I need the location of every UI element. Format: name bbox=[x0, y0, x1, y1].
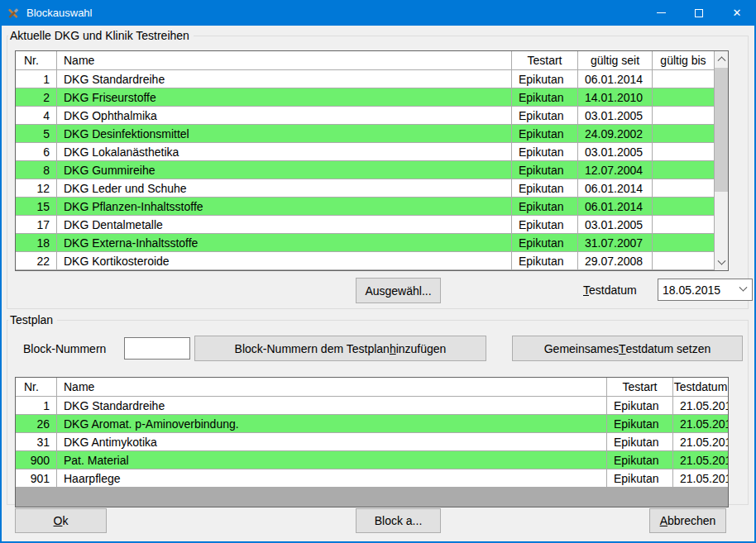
cell-testdatum: 21.05.2015 bbox=[673, 433, 728, 450]
close-button[interactable]: ✕ bbox=[718, 0, 756, 26]
table-row[interactable]: 26 DKG Aromat. p-Aminoverbindung. Epikut… bbox=[16, 415, 728, 433]
cell-testart: Epikutan bbox=[512, 198, 578, 215]
cell-name: Haarpflege bbox=[57, 469, 607, 487]
cell-testart: Epikutan bbox=[512, 179, 578, 197]
cell-gueltig-seit: 24.09.2002 bbox=[578, 125, 653, 142]
header-gueltig-bis: gültig bis bbox=[653, 51, 714, 69]
cell-name: DKG Kortikosteroide bbox=[57, 252, 512, 269]
cell-nr: 31 bbox=[16, 433, 57, 450]
table-row[interactable]: 900 Pat. Material Epikutan 21.05.2015 bbox=[16, 451, 728, 469]
cell-testdatum: 21.05.2015 bbox=[673, 397, 728, 414]
cell-gueltig-seit: 06.01.2014 bbox=[578, 198, 653, 215]
cell-gueltig-bis bbox=[653, 88, 714, 106]
testreihen-table: Nr. Name Testart gültig seit gültig bis … bbox=[15, 50, 729, 271]
cell-testart: Epikutan bbox=[607, 433, 673, 450]
cell-gueltig-seit: 03.01.2005 bbox=[578, 216, 653, 233]
cell-name: DKG Aromat. p-Aminoverbindung. bbox=[57, 415, 607, 432]
close-icon: ✕ bbox=[733, 7, 742, 18]
chevron-down-icon bbox=[717, 257, 725, 265]
cell-nr: 17 bbox=[16, 216, 57, 233]
testdatum-label: Testdatum bbox=[583, 283, 637, 297]
cell-nr: 901 bbox=[16, 469, 57, 487]
table-row[interactable]: 901 Haarpflege Epikutan 21.05.2015 bbox=[16, 469, 728, 488]
cell-name: DKG Externa-Inhaltsstoffe bbox=[57, 234, 512, 251]
table-header-row: Nr. Name Testart Testdatum bbox=[16, 378, 728, 397]
cell-gueltig-seit: 03.01.2005 bbox=[578, 107, 653, 124]
header-testdatum: Testdatum bbox=[673, 378, 728, 396]
cell-gueltig-seit: 14.01.2010 bbox=[578, 88, 653, 106]
cell-nr: 900 bbox=[16, 451, 57, 469]
cell-nr: 26 bbox=[16, 415, 57, 432]
cancel-button[interactable]: Abbrechen bbox=[649, 508, 726, 533]
block-a-button[interactable]: Block a... bbox=[356, 508, 441, 533]
add-block-nummern-button[interactable]: Block-Nummern dem Testplan hinzufügen bbox=[194, 336, 486, 361]
cell-nr: 1 bbox=[16, 70, 57, 88]
table-row[interactable]: 22 DKG Kortikosteroide Epikutan 29.07.20… bbox=[16, 252, 714, 270]
table-row[interactable]: 31 DKG Antimykotika Epikutan 21.05.2015 bbox=[16, 433, 728, 451]
window-title: Blockauswahl bbox=[26, 7, 93, 19]
maximize-icon bbox=[695, 9, 703, 17]
scroll-up-button[interactable] bbox=[715, 51, 728, 65]
table-row[interactable]: 17 DKG Dentalmetalle Epikutan 03.01.2005 bbox=[16, 216, 714, 234]
cell-gueltig-bis bbox=[653, 125, 714, 142]
cell-nr: 1 bbox=[16, 397, 57, 414]
cell-nr: 15 bbox=[16, 198, 57, 215]
testdatum-value: 18.05.2015 bbox=[663, 283, 720, 297]
table-header-row: Nr. Name Testart gültig seit gültig bis bbox=[16, 51, 714, 70]
cell-testdatum: 21.05.2015 bbox=[673, 415, 728, 432]
dialog-window: Blockauswahl ✕ Aktuelle DKG und Klinik T… bbox=[0, 0, 756, 543]
table-row[interactable]: 1 DKG Standardreihe Epikutan 21.05.2015 bbox=[16, 397, 728, 415]
table-row[interactable]: 1 DKG Standardreihe Epikutan 06.01.2014 bbox=[16, 70, 714, 88]
cell-name: DKG Standardreihe bbox=[57, 397, 607, 414]
vertical-scrollbar[interactable] bbox=[714, 51, 728, 270]
table-row[interactable]: 18 DKG Externa-Inhaltsstoffe Epikutan 31… bbox=[16, 234, 714, 252]
cell-name: DKG Antimykotika bbox=[57, 433, 607, 450]
cell-testart: Epikutan bbox=[512, 107, 578, 124]
cell-testart: Epikutan bbox=[607, 397, 673, 414]
cell-testdatum: 21.05.2015 bbox=[673, 451, 728, 469]
table-row[interactable]: 5 DKG Desinfektionsmittel Epikutan 24.09… bbox=[16, 125, 714, 143]
cell-gueltig-bis bbox=[653, 216, 714, 233]
cell-gueltig-bis bbox=[653, 234, 714, 251]
maximize-button[interactable] bbox=[680, 0, 718, 26]
header-nr: Nr. bbox=[16, 378, 57, 396]
scroll-down-button[interactable] bbox=[715, 256, 728, 270]
table-row[interactable]: 2 DKG Friseurstoffe Epikutan 14.01.2010 bbox=[16, 88, 714, 107]
title-bar[interactable]: Blockauswahl ✕ bbox=[0, 0, 756, 26]
cell-nr: 22 bbox=[16, 252, 57, 269]
app-icon bbox=[7, 7, 20, 20]
minimize-button[interactable] bbox=[642, 0, 680, 26]
header-testart: Testart bbox=[512, 51, 578, 69]
ok-button[interactable]: Ok bbox=[15, 508, 107, 533]
cell-nr: 6 bbox=[16, 143, 57, 160]
table-row[interactable]: 12 DKG Leder und Schuhe Epikutan 06.01.2… bbox=[16, 179, 714, 198]
cell-name: DKG Friseurstoffe bbox=[57, 88, 512, 106]
groupbox1-label: Aktuelle DKG und Klinik Testreihen bbox=[8, 29, 194, 42]
cell-name: DKG Desinfektionsmittel bbox=[57, 125, 512, 142]
cell-gueltig-bis bbox=[653, 161, 714, 179]
testdatum-combobox[interactable]: 18.05.2015 bbox=[658, 279, 753, 301]
chevron-up-icon bbox=[717, 56, 725, 64]
ausgewaehlt-button[interactable]: Ausgewähl... bbox=[356, 278, 441, 303]
table-row[interactable]: 4 DKG Ophthalmika Epikutan 03.01.2005 bbox=[16, 107, 714, 125]
table-row[interactable]: 8 DKG Gummireihe Epikutan 12.07.2004 bbox=[16, 161, 714, 179]
table-row[interactable]: 15 DKG Pflanzen-Inhaltsstoffe Epikutan 0… bbox=[16, 198, 714, 216]
set-testdatum-button[interactable]: Gemeinsames Testdatum setzen bbox=[512, 336, 743, 361]
cell-nr: 5 bbox=[16, 125, 57, 142]
cell-gueltig-bis bbox=[653, 143, 714, 160]
cell-gueltig-bis bbox=[653, 107, 714, 124]
scrollbar-thumb[interactable] bbox=[715, 68, 728, 192]
cell-gueltig-seit: 29.07.2008 bbox=[578, 252, 653, 269]
cell-name: DKG Lokalanästhetika bbox=[57, 143, 512, 160]
block-nummern-input[interactable] bbox=[124, 337, 190, 360]
cell-name: Pat. Material bbox=[57, 451, 607, 469]
cell-testart: Epikutan bbox=[512, 216, 578, 233]
cell-gueltig-seit: 31.07.2007 bbox=[578, 234, 653, 251]
cell-testart: Epikutan bbox=[512, 88, 578, 106]
cell-gueltig-bis bbox=[653, 179, 714, 197]
cell-testart: Epikutan bbox=[607, 469, 673, 487]
cell-nr: 8 bbox=[16, 161, 57, 179]
table-row[interactable]: 6 DKG Lokalanästhetika Epikutan 03.01.20… bbox=[16, 143, 714, 161]
cell-testart: Epikutan bbox=[512, 161, 578, 179]
cell-testart: Epikutan bbox=[512, 252, 578, 269]
